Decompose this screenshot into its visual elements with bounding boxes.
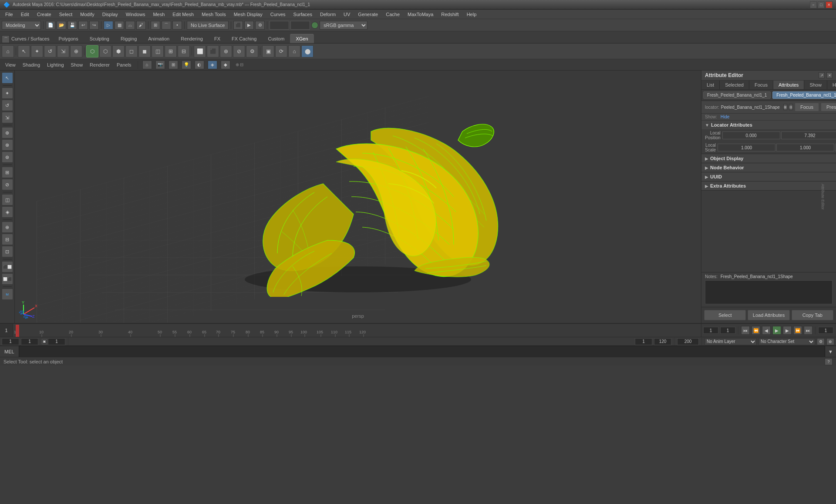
next-key-btn[interactable]: ⏩ — [793, 326, 802, 335]
val2-input[interactable]: 1.00 — [290, 21, 310, 30]
menu-curves[interactable]: Curves — [267, 11, 289, 18]
mode-select[interactable]: Modeling — [2, 21, 41, 30]
minimize-button[interactable]: − — [810, 1, 817, 8]
presets-button[interactable]: Presets — [821, 103, 836, 111]
attr-tab-attributes[interactable]: Attributes — [773, 81, 804, 89]
menu-mesh[interactable]: Mesh — [149, 11, 168, 18]
uuid-header[interactable]: ▶ UUID — [701, 172, 836, 181]
menu-windows[interactable]: Windows — [122, 11, 149, 18]
tab-polygons[interactable]: Polygons — [53, 34, 84, 43]
prev-key-btn[interactable]: ⏪ — [752, 326, 760, 335]
tab-fx[interactable]: FX — [209, 34, 226, 43]
xray-btn[interactable]: ◫ — [2, 194, 13, 205]
range-start-input[interactable] — [635, 338, 652, 345]
char-set-settings-btn[interactable]: ⚙ — [817, 338, 825, 345]
shelf-item15[interactable]: ⟳ — [275, 45, 287, 57]
float-btn[interactable]: ↗ — [819, 72, 825, 78]
tab-rigging[interactable]: Rigging — [115, 34, 142, 43]
select-tool-btn[interactable]: ↖ — [2, 72, 13, 84]
menu-modify[interactable]: Modify — [77, 11, 98, 18]
notes-textarea[interactable] — [705, 280, 833, 304]
menu-uv[interactable]: UV — [340, 11, 354, 18]
close-panel-btn[interactable]: ✕ — [826, 72, 833, 78]
wireframe-btn[interactable]: ◈ — [2, 206, 13, 218]
attr-tab-focus[interactable]: Focus — [749, 81, 773, 89]
timeline-ruler[interactable]: 1 10 20 30 40 50 55 60 65 70 7 — [13, 324, 701, 337]
shelf-item6[interactable]: ◫ — [152, 45, 164, 57]
extra1[interactable]: ⬛⬜ — [2, 261, 13, 272]
view-smooth-btn[interactable]: ◆ — [221, 60, 230, 69]
menu-generate[interactable]: Generate — [354, 11, 381, 18]
select-by-region[interactable]: ▦ — [115, 21, 124, 30]
val1-input[interactable]: 0.00 — [270, 21, 289, 30]
open-btn[interactable]: 📂 — [57, 21, 66, 30]
range-end-input[interactable] — [654, 338, 671, 345]
select-btn[interactable]: Select — [704, 310, 746, 320]
menu-editmesh[interactable]: Edit Mesh — [169, 11, 197, 18]
shelf-item4[interactable]: ◻ — [125, 45, 138, 57]
shelf-item9[interactable]: ⬜ — [194, 45, 206, 57]
menu-display[interactable]: Display — [99, 11, 121, 18]
menu-deform[interactable]: Deform — [317, 11, 339, 18]
new-scene-btn[interactable]: 📄 — [46, 21, 55, 30]
menu-edit[interactable]: Edit — [17, 11, 33, 18]
view-light-btn[interactable]: 💡 — [182, 60, 191, 69]
resolution-btn[interactable]: ⊟ — [240, 62, 243, 67]
view-wire-btn[interactable]: ◈ — [208, 60, 217, 69]
tool3[interactable]: ⊕ — [2, 127, 13, 138]
redo-btn[interactable]: ↪ — [89, 21, 99, 30]
mel-label[interactable]: MEL — [0, 346, 19, 357]
anim-layer-select[interactable]: No Anim Layer — [705, 338, 757, 345]
focus-button[interactable]: Focus — [795, 103, 819, 111]
local-scale-x[interactable] — [718, 144, 775, 151]
snap-grid[interactable]: ⊞ — [151, 21, 160, 30]
shelf-rotate-tool[interactable]: ↺ — [44, 45, 56, 57]
node-btn-1[interactable]: Fresh_Peeled_Banana_ncl1_1 — [703, 91, 771, 99]
shelf-multi-tool[interactable]: ⊕ — [70, 45, 82, 57]
tab-sculpting[interactable]: Sculpting — [84, 34, 115, 43]
timeline-start-frame[interactable] — [703, 327, 718, 334]
play-btn[interactable]: ▶ — [772, 326, 781, 335]
gamma-select[interactable]: sRGB gamma — [320, 21, 367, 30]
close-button[interactable]: ✕ — [826, 1, 833, 8]
timeline-end-frame[interactable] — [720, 327, 735, 334]
local-pos-x[interactable] — [722, 131, 780, 139]
next-frame-btn[interactable]: ▶ — [783, 326, 792, 335]
frame-start-input[interactable] — [2, 338, 19, 345]
shelf-item3[interactable]: ⬢ — [112, 45, 125, 57]
menu-meshdisplay[interactable]: Mesh Display — [230, 11, 266, 18]
tab-xgen[interactable]: XGen — [290, 34, 314, 43]
zoom-in[interactable]: ⊕ — [2, 222, 13, 233]
show-menu[interactable]: Show — [69, 61, 85, 68]
shelf-scale-tool[interactable]: ⇲ — [57, 45, 69, 57]
undo-btn[interactable]: ↩ — [78, 21, 88, 30]
select-tool[interactable]: ▷ — [104, 21, 113, 30]
soft-select[interactable]: ⊘ — [2, 179, 13, 190]
attr-tab-help[interactable]: Help — [827, 81, 836, 89]
load-attributes-btn[interactable]: Load Attributes — [748, 310, 789, 320]
object-display-header[interactable]: ▶ Object Display — [701, 154, 836, 163]
rotate-tool-btn[interactable]: ↺ — [2, 100, 13, 111]
shelf-item10[interactable]: ⬛ — [207, 45, 219, 57]
current-frame-input[interactable] — [818, 327, 833, 334]
menu-maxtomaya[interactable]: MaxToMaya — [404, 11, 437, 18]
keyframe-input[interactable] — [48, 338, 65, 345]
shelf-active1[interactable]: ⬡ — [86, 45, 98, 57]
attr-tab-selected[interactable]: Selected — [720, 81, 749, 89]
go-end-btn[interactable]: ⏭ — [804, 326, 812, 335]
view-home-btn[interactable]: ⌂ — [142, 60, 152, 69]
shelf-move-tool[interactable]: ✦ — [31, 45, 43, 57]
lasso-select[interactable]: ⌓ — [125, 21, 135, 30]
node-btn-2[interactable]: Fresh_Peeled_Banana_ncl1_1Shape — [772, 91, 836, 99]
menu-redshift[interactable]: Redshift — [438, 11, 462, 18]
shelf-item11[interactable]: ⊛ — [220, 45, 232, 57]
help-btn[interactable]: ? — [825, 358, 833, 365]
snap-curve[interactable]: ⌒ — [162, 21, 171, 30]
hide-link[interactable]: Hide — [721, 114, 730, 119]
shelf-item16[interactable]: ⌂ — [288, 45, 300, 57]
copy-input-icon[interactable]: ⊞ — [783, 104, 787, 110]
renderer-menu[interactable]: Renderer — [88, 61, 111, 68]
isolate-btn[interactable]: ⊕ — [236, 62, 239, 67]
menu-help[interactable]: Help — [463, 11, 480, 18]
nav-icon[interactable]: ⊟ — [789, 104, 793, 110]
